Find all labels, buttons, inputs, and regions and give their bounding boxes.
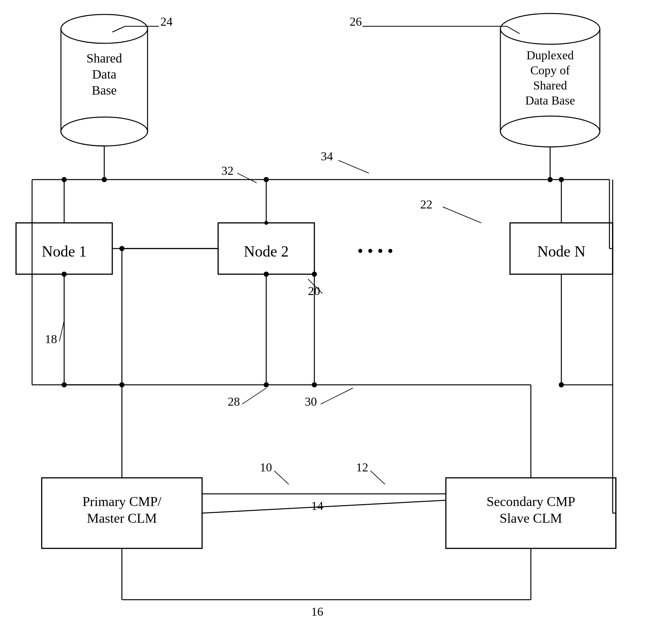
svg-line-55 xyxy=(274,471,289,484)
svg-line-45 xyxy=(443,207,481,223)
diagram: text { font-family: 'Times New Roman', T… xyxy=(0,0,672,634)
db2-label1: Duplexed xyxy=(526,48,574,62)
svg-point-29 xyxy=(264,177,269,182)
ref-16: 16 xyxy=(311,605,323,618)
node2-label: Node 2 xyxy=(244,243,289,260)
svg-point-7 xyxy=(500,14,600,44)
svg-point-65 xyxy=(312,272,317,277)
ref-34: 34 xyxy=(321,149,333,163)
ref-14: 14 xyxy=(311,499,323,512)
db2-label3: Shared xyxy=(533,78,567,92)
svg-point-66 xyxy=(264,221,268,225)
db2-label2: Copy of xyxy=(530,64,570,77)
svg-point-40 xyxy=(264,382,269,387)
primary-label1: Primary CMP/ xyxy=(82,494,162,509)
svg-point-19 xyxy=(102,177,107,182)
svg-line-30 xyxy=(237,173,257,183)
svg-line-48 xyxy=(242,388,266,404)
svg-point-71 xyxy=(62,272,67,277)
ref-28: 28 xyxy=(228,395,240,408)
ref-24: 24 xyxy=(160,15,173,28)
svg-line-31 xyxy=(338,160,369,173)
ellipsis: • • • • xyxy=(357,242,393,260)
svg-line-47 xyxy=(59,321,64,342)
svg-point-33 xyxy=(559,177,564,182)
secondary-label1: Secondary CMP xyxy=(487,494,575,509)
svg-line-51 xyxy=(202,500,446,513)
db2-label4: Data Base xyxy=(525,94,575,107)
ref-12: 12 xyxy=(356,461,368,474)
ref-30: 30 xyxy=(305,395,317,408)
ref-10: 10 xyxy=(260,461,272,474)
svg-point-21 xyxy=(548,177,553,182)
svg-point-63 xyxy=(312,382,317,387)
ref-26: 26 xyxy=(350,15,362,28)
svg-line-56 xyxy=(370,471,385,484)
primary-label2: Master CLM xyxy=(87,511,157,526)
svg-point-70 xyxy=(119,246,124,251)
db1-label2: Data xyxy=(92,67,116,81)
svg-line-49 xyxy=(321,388,353,404)
db1-label3: Base xyxy=(92,83,117,97)
node1-label: Node 1 xyxy=(42,243,87,260)
nodeN-label: Node N xyxy=(537,243,586,260)
svg-point-64 xyxy=(264,272,269,277)
ref-18: 18 xyxy=(45,332,57,346)
db1-label: Shared xyxy=(86,51,122,66)
secondary-label2: Slave CLM xyxy=(500,511,562,526)
svg-point-1 xyxy=(61,15,148,43)
ref-22: 22 xyxy=(420,198,432,211)
ref-32: 32 xyxy=(221,164,234,177)
